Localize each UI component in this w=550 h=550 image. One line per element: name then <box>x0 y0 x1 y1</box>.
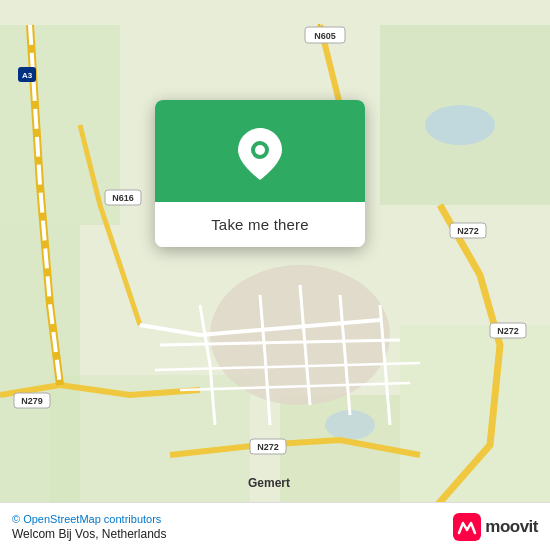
svg-text:N272: N272 <box>457 226 479 236</box>
svg-point-7 <box>425 105 495 145</box>
popup-card: Take me there <box>155 100 365 247</box>
moovit-icon <box>453 513 481 541</box>
svg-text:A3: A3 <box>22 71 33 80</box>
map-roads-svg: N605 N616 N279 N272 N272 N272 A3 <box>0 0 550 550</box>
svg-point-27 <box>255 145 265 155</box>
svg-text:N279: N279 <box>21 396 43 406</box>
location-pin-icon <box>238 128 282 180</box>
attribution-text: © OpenStreetMap contributors <box>12 513 167 525</box>
svg-text:N272: N272 <box>497 326 519 336</box>
bottom-bar: © OpenStreetMap contributors Welcom Bij … <box>0 502 550 550</box>
svg-text:N272: N272 <box>257 442 279 452</box>
moovit-logo: moovit <box>453 513 538 541</box>
svg-text:N616: N616 <box>112 193 134 203</box>
svg-rect-4 <box>400 325 550 525</box>
place-label: Gemert <box>248 476 290 490</box>
svg-rect-1 <box>0 25 120 225</box>
map-container: N605 N616 N279 N272 N272 N272 A3 Gemert … <box>0 0 550 550</box>
take-me-there-button[interactable]: Take me there <box>155 202 365 247</box>
svg-rect-28 <box>453 513 481 541</box>
location-label: Welcom Bij Vos, Netherlands <box>12 527 167 541</box>
popup-green-section <box>155 100 365 202</box>
openstreetmap-link[interactable]: © OpenStreetMap contributors <box>12 513 161 525</box>
svg-text:N605: N605 <box>314 31 336 41</box>
moovit-text: moovit <box>485 517 538 537</box>
